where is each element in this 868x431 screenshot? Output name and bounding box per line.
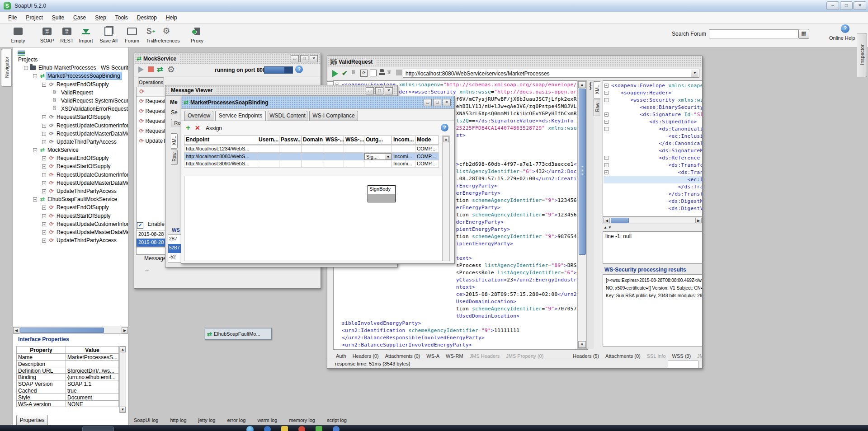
properties-v-scrollbar[interactable]: ▲ ▼ [119, 346, 126, 413]
inspector-tab-jms-property-0-[interactable]: JMS Property (0) [506, 353, 543, 359]
endpoint-column-5[interactable]: WSS-... [344, 136, 364, 145]
tree-expander[interactable]: + [42, 214, 46, 218]
minimize-frame-icon[interactable]: ◡ [291, 55, 299, 62]
tab-service-endpoints[interactable]: Service Endpoints [215, 111, 266, 121]
tree-expander[interactable]: + [42, 156, 46, 160]
response-raw-tab[interactable]: Raw [594, 99, 600, 116]
tree-item-projects[interactable]: Projects [13, 56, 128, 65]
response-h-scrollbar[interactable]: ◀ ▶ [603, 217, 703, 224]
menu-file[interactable]: File [4, 13, 21, 23]
tree-item-updatethirdpartyaccess[interactable]: +⟳UpdateThirdPartyAccess [13, 237, 128, 245]
tree-item-updatethirdpartyaccess[interactable]: +⟳UpdateThirdPartyAccess [13, 188, 128, 196]
inspector-tab-ws-rm[interactable]: WS-RM [446, 353, 463, 359]
tree-item-requestupdatecustomerinformati[interactable]: +⟳RequestUpdateCustomerInformati [13, 172, 128, 180]
log-tab-memory-log[interactable]: memory log [289, 417, 315, 423]
maximize-button[interactable]: □ [840, 1, 853, 10]
delete-endpoint-icon[interactable]: ✕ [195, 124, 200, 131]
endpoint-cell[interactable] [301, 153, 324, 160]
tree-item-requestupdatemasterdatameterin[interactable]: +⟳RequestUpdateMasterDataMeterin [13, 180, 128, 188]
submit-check-icon[interactable]: ✔ [342, 69, 348, 77]
fold-marker[interactable]: − [604, 127, 609, 131]
maximize-frame-icon[interactable]: ◻ [375, 87, 383, 94]
scroll-left-arrow[interactable]: ◀ [604, 218, 610, 223]
endpoint-cell[interactable] [257, 160, 279, 168]
pane-splitter[interactable]: ❮❯ [587, 80, 594, 349]
online-help-icon[interactable]: ? [841, 24, 849, 33]
fold-marker[interactable]: − [604, 170, 609, 174]
tree-expander[interactable]: + [42, 189, 46, 193]
endpoint-cell[interactable] [324, 145, 344, 153]
tree-expander[interactable]: + [42, 132, 46, 136]
endpoint-column-3[interactable]: Domain [301, 136, 324, 145]
restart-mock-icon[interactable]: ⇄ [157, 65, 163, 74]
toolbar-preferences[interactable]: ⚙Preferences [149, 25, 184, 43]
split-view-icon[interactable] [396, 70, 402, 75]
maximize-frame-icon[interactable]: ◻ [433, 99, 441, 106]
endpoint-cell[interactable] [344, 145, 364, 153]
line-nav-arrows[interactable]: ▲▼ [604, 225, 613, 230]
navigator-menu-icon[interactable] [18, 50, 25, 56]
inspector-tab-headers-5-[interactable]: Headers (5) [573, 353, 599, 359]
minimized-mock-window[interactable]: ⇄ ElhubSoapFaultMo... [205, 328, 272, 340]
menu-step[interactable]: Step [90, 13, 111, 23]
scroll-right-arrow[interactable]: ▶ [122, 327, 128, 333]
inspector-tab-attachments-0-[interactable]: Attachments (0) [605, 353, 641, 359]
tree-expander[interactable]: + [42, 173, 46, 177]
inspector-tab-jms-0-[interactable]: JMS (0) [697, 353, 703, 359]
log-tab-http-log[interactable]: http log [170, 417, 186, 423]
add-endpoint-icon[interactable]: + [186, 123, 190, 132]
endpoint-cell[interactable] [344, 153, 364, 160]
fold-marker[interactable]: − [604, 112, 609, 117]
taskbar-button[interactable] [82, 426, 114, 431]
tree-item-validrequest[interactable]: SOAPValidRequest [13, 89, 128, 98]
fold-marker[interactable]: − [604, 120, 609, 124]
fold-marker[interactable]: − [604, 163, 609, 167]
inspector-side-tab[interactable]: Inspector [857, 33, 867, 77]
tab-ws-i-compliance[interactable]: WS-I Compliance [309, 111, 358, 121]
viewer-list-fragment[interactable]: 2B752B7-52 [168, 234, 181, 262]
navigator-side-tab[interactable]: Navigator [1, 49, 12, 87]
taskbar-icon-2[interactable] [281, 426, 288, 431]
endpoint-column-7[interactable]: Incom... [392, 136, 415, 145]
endpoint-column-6[interactable]: Outg... [364, 136, 392, 145]
mock-options-icon[interactable]: ⚙ [167, 65, 175, 74]
tree-item-marketprocessessoapbinding[interactable]: −⇄MarketProcessesSoapBinding [13, 73, 128, 81]
log-tab-error-log[interactable]: error log [227, 417, 245, 423]
menu-tools[interactable]: Tools [111, 13, 132, 23]
minimize-button[interactable]: – [826, 1, 839, 10]
log-tab-wsrm-log[interactable]: wsrm log [257, 417, 277, 423]
inspector-tab-wss-3-[interactable]: WSS (3) [672, 353, 691, 359]
viewer-row-fragment[interactable]: 2B7 [168, 235, 181, 244]
binding-help-icon[interactable]: ? [441, 124, 448, 131]
operations-tab[interactable]: Operations [138, 77, 164, 87]
tree-item-requestendofsupply[interactable]: −⟳RequestEndOfSupply [13, 81, 128, 89]
fold-marker[interactable]: − [604, 91, 609, 95]
endpoint-cell[interactable] [257, 153, 279, 160]
binding-title-bar[interactable]: ⇄ MarketProcessesSoapBinding [181, 96, 454, 109]
response-xml-editor[interactable]: −<soapenv:Envelope xmlns:soapenv="http:/… [603, 80, 703, 217]
tree-item-requestupdatemasterdatameterin[interactable]: +⟳RequestUpdateMasterDataMeterin [13, 229, 128, 237]
close-frame-icon[interactable]: ✕ [385, 87, 393, 94]
endpoint-cell[interactable] [279, 160, 302, 168]
search-forum-button[interactable]: ▦ [798, 29, 808, 38]
scroll-up-arrow[interactable]: ▲ [120, 347, 126, 352]
log-tab-script-log[interactable]: script log [327, 417, 347, 423]
tree-item-elhub-marketprocesses-ws-security[interactable]: −Elhub-MarketProcesses - WS-Security [13, 65, 128, 73]
tree-item-requestupdatecustomerinformati[interactable]: +⟳RequestUpdateCustomerInformati [13, 221, 128, 229]
endpoint-column-4[interactable]: WSS-... [324, 136, 344, 145]
outgoing-wss-dropdown-popup[interactable]: SignBody [368, 185, 396, 202]
minimize-frame-icon[interactable]: ◡ [424, 99, 432, 106]
tree-item-xsdvalidationerrorrequest[interactable]: SOAPXSDValidationErrorRequest [13, 106, 128, 114]
inspector-tab-ssl-info[interactable]: SSL Info [647, 353, 666, 359]
endpoint-cell[interactable] [364, 145, 392, 153]
scroll-right-arrow[interactable]: ▶ [695, 218, 702, 223]
mock-help-icon[interactable]: ? [295, 66, 303, 73]
request-v-scrollbar[interactable]: ▲ ▼ [577, 80, 587, 349]
inspector-tab-jms-headers[interactable]: JMS Headers [470, 353, 500, 359]
tree-item-validrequest-system-security[interactable]: SOAPValidRequest-System/Security [13, 98, 128, 106]
splitter-collapse-icons[interactable]: ❮❯ [587, 80, 594, 90]
enable-checkbox[interactable]: ✔ [137, 222, 143, 229]
viewer-raw-tab[interactable]: Raw [171, 150, 178, 165]
endpoint-cell[interactable] [344, 160, 364, 168]
viewer-xml-tab[interactable]: XML [171, 133, 178, 149]
